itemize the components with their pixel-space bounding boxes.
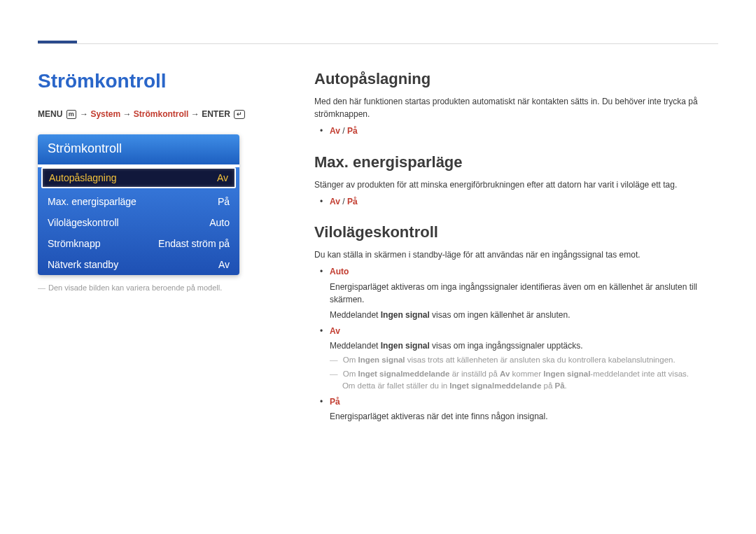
text: -meddelandet inte att visas. bbox=[590, 370, 689, 378]
menu-row-label: Nätverk standby bbox=[48, 259, 118, 270]
left-column: Strömkontroll MENU m → System → Strömkon… bbox=[38, 70, 286, 506]
option-pa-desc: Energisparläget aktiveras när det inte f… bbox=[330, 410, 718, 423]
text: på bbox=[541, 381, 554, 390]
text: visas trots att källenheten är ansluten … bbox=[405, 356, 676, 364]
breadcrumb-enter: ENTER bbox=[202, 109, 230, 119]
menu-row-value: Auto bbox=[209, 217, 230, 228]
osd-menu-body: Autopåslagning Av Max. energisparläge På… bbox=[38, 167, 239, 275]
menu-row-value: På bbox=[218, 196, 230, 207]
option-separator: / bbox=[340, 197, 347, 206]
menu-row-label: Autopåslagning bbox=[49, 172, 117, 183]
menu-row-label: Vilolägeskontroll bbox=[48, 217, 119, 228]
option-pa: På bbox=[347, 126, 358, 136]
menu-row-value: Av bbox=[217, 172, 228, 183]
enter-icon: ↵ bbox=[234, 110, 245, 119]
image-caption: Den visade bilden kan variera beroende p… bbox=[38, 283, 286, 292]
option-list: Av / På bbox=[314, 125, 718, 138]
section-title: Max. energisparläge bbox=[314, 153, 718, 171]
menu-row-max-energisparlage[interactable]: Max. energisparläge På bbox=[38, 191, 239, 212]
option-av-pa: Av / På bbox=[330, 195, 718, 209]
option-pa-label: På bbox=[330, 397, 340, 407]
pa-bold: På bbox=[554, 381, 564, 390]
menu-row-value: Av bbox=[218, 259, 230, 270]
option-av: Av bbox=[330, 197, 340, 206]
option-list: Av / På bbox=[314, 195, 718, 209]
option-av-label: Av bbox=[330, 326, 340, 336]
text: Meddelandet bbox=[330, 341, 381, 351]
option-auto-desc-2: Meddelandet Ingen signal visas om ingen … bbox=[330, 309, 718, 322]
text: visas om ingen källenhet är ansluten. bbox=[430, 310, 570, 320]
section-description: Du kan ställa in skärmen i standby-läge … bbox=[314, 248, 718, 261]
text: Om bbox=[343, 370, 358, 378]
ingen-signal-text: Ingen signal bbox=[381, 310, 430, 320]
breadcrumb-arrow: → bbox=[191, 109, 200, 119]
option-auto: Auto Energisparläget aktiveras om inga i… bbox=[330, 265, 718, 321]
section-title: Autopåslagning bbox=[314, 70, 718, 88]
section-vilolageskontroll: Vilolägeskontroll Du kan ställa in skärm… bbox=[314, 223, 718, 423]
page-title: Strömkontroll bbox=[38, 70, 286, 92]
text: . bbox=[565, 381, 567, 390]
option-av: Av bbox=[330, 126, 340, 136]
option-auto-label: Auto bbox=[330, 267, 349, 276]
av-bold: Av bbox=[500, 370, 510, 378]
section-title: Vilolägeskontroll bbox=[314, 223, 718, 241]
header-rule bbox=[38, 43, 718, 44]
note-cable: Om Ingen signal visas trots att källenhe… bbox=[330, 354, 718, 366]
ingen-signal-text: Ingen signal bbox=[381, 341, 430, 351]
text: är inställd på bbox=[449, 370, 500, 378]
breadcrumb-stromkontroll: Strömkontroll bbox=[134, 109, 189, 119]
note-inget-signalmeddelande: Om Inget signalmeddelande är inställd på… bbox=[330, 368, 718, 393]
right-column: Autopåslagning Med den här funktionen st… bbox=[314, 70, 718, 506]
inget-signalmeddelande-text: Inget signalmeddelande bbox=[358, 370, 449, 378]
option-av: Av Meddelandet Ingen signal visas om ing… bbox=[330, 325, 718, 393]
breadcrumb-system: System bbox=[90, 109, 120, 119]
text: Om detta är fallet ställer du in bbox=[342, 381, 449, 390]
option-separator: / bbox=[340, 126, 347, 136]
section-description: Stänger av produkten för att minska ener… bbox=[314, 178, 718, 191]
menu-row-label: Max. energisparläge bbox=[48, 196, 136, 207]
osd-menu-header: Strömkontroll bbox=[38, 134, 239, 164]
option-av-pa: Av / På bbox=[330, 125, 718, 138]
option-list: Auto Energisparläget aktiveras om inga i… bbox=[314, 265, 718, 423]
option-pa: På bbox=[347, 197, 358, 206]
text: Om bbox=[343, 356, 358, 364]
menu-row-autopaslagning[interactable]: Autopåslagning Av bbox=[41, 167, 236, 188]
menu-row-vilolageskontroll[interactable]: Vilolägeskontroll Auto bbox=[38, 212, 239, 233]
section-autopaslagning: Autopåslagning Med den här funktionen st… bbox=[314, 70, 718, 138]
section-max-energisparlage: Max. energisparläge Stänger av produkten… bbox=[314, 153, 718, 209]
menu-icon: m bbox=[66, 110, 76, 119]
text: kommer bbox=[510, 370, 543, 378]
menu-row-label: Strömknapp bbox=[48, 238, 100, 249]
ingen-signal-text: Ingen signal bbox=[543, 370, 590, 378]
option-auto-desc-1: Energisparläget aktiveras om inga ingång… bbox=[330, 281, 718, 307]
option-pa: På Energisparläget aktiveras när det int… bbox=[330, 395, 718, 423]
osd-menu-panel: Strömkontroll Autopåslagning Av Max. ene… bbox=[38, 134, 239, 275]
text: Meddelandet bbox=[330, 310, 381, 320]
breadcrumb-menu: MENU bbox=[38, 109, 62, 119]
page-content: Strömkontroll MENU m → System → Strömkon… bbox=[38, 70, 718, 506]
inget-signalmeddelande-text: Inget signalmeddelande bbox=[449, 381, 541, 390]
option-av-desc: Meddelandet Ingen signal visas om inga i… bbox=[330, 339, 718, 353]
menu-row-stromknapp[interactable]: Strömknapp Endast ström på bbox=[38, 233, 239, 254]
section-description: Med den här funktionen startas produkten… bbox=[314, 95, 718, 120]
ingen-signal-text: Ingen signal bbox=[358, 356, 405, 364]
text: visas om inga ingångssignaler upptäcks. bbox=[430, 341, 583, 351]
menu-row-value: Endast ström på bbox=[158, 238, 230, 249]
breadcrumb-arrow: → bbox=[80, 109, 88, 119]
menu-row-natverk-standby[interactable]: Nätverk standby Av bbox=[38, 254, 239, 275]
breadcrumb: MENU m → System → Strömkontroll → ENTER … bbox=[38, 109, 286, 119]
breadcrumb-arrow: → bbox=[122, 109, 131, 119]
